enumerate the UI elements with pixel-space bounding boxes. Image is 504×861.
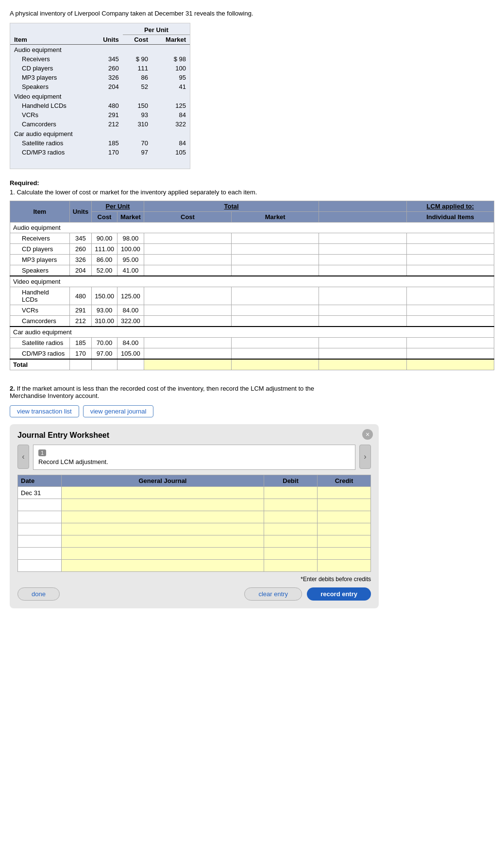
lcm-input-cell-empty[interactable] bbox=[319, 316, 406, 327]
journal-credit-input-cell[interactable] bbox=[318, 560, 371, 572]
lcm-input-cell-empty[interactable] bbox=[319, 305, 406, 316]
total-market-input[interactable] bbox=[235, 317, 316, 325]
record-entry-button[interactable]: record entry bbox=[307, 587, 371, 601]
total-cost-input[interactable] bbox=[147, 245, 228, 253]
total-cost-input[interactable] bbox=[147, 235, 228, 242]
total-cost-input[interactable] bbox=[147, 293, 228, 300]
journal-debit-input[interactable] bbox=[264, 499, 317, 511]
prev-entry-button[interactable]: ‹ bbox=[17, 445, 29, 469]
journal-gj-input-cell[interactable] bbox=[62, 560, 264, 572]
journal-gj-input-cell[interactable] bbox=[62, 523, 264, 535]
close-button[interactable]: × bbox=[362, 429, 373, 440]
journal-gj-input-cell[interactable] bbox=[62, 499, 264, 511]
total-market-input-cell[interactable] bbox=[232, 287, 319, 305]
done-button[interactable]: done bbox=[17, 587, 60, 601]
journal-gj-input[interactable] bbox=[62, 535, 264, 547]
journal-debit-input-cell[interactable] bbox=[264, 511, 318, 523]
total-market-input[interactable] bbox=[235, 350, 316, 357]
individual-input[interactable] bbox=[410, 307, 491, 314]
individual-input[interactable] bbox=[410, 245, 491, 253]
journal-credit-input[interactable] bbox=[318, 535, 370, 547]
individual-input[interactable] bbox=[410, 235, 491, 242]
total-cost-input-cell[interactable] bbox=[144, 287, 231, 305]
total-cost-input-cell[interactable] bbox=[144, 348, 231, 360]
total-market-input-cell[interactable] bbox=[232, 348, 319, 360]
total-market-input[interactable] bbox=[235, 339, 316, 346]
individual-input-cell[interactable] bbox=[406, 305, 494, 316]
lcm-input-cell-empty[interactable] bbox=[319, 265, 406, 276]
journal-credit-input-cell[interactable] bbox=[318, 487, 371, 499]
journal-credit-input-cell[interactable] bbox=[318, 535, 371, 548]
lcm-input-empty[interactable] bbox=[322, 267, 403, 274]
journal-credit-input-cell[interactable] bbox=[318, 523, 371, 535]
individual-input-cell[interactable] bbox=[406, 287, 494, 305]
total-market-input-cell[interactable] bbox=[232, 305, 319, 316]
journal-debit-input-cell[interactable] bbox=[264, 499, 318, 511]
journal-gj-input[interactable] bbox=[62, 511, 264, 523]
total-cost-input-cell[interactable] bbox=[144, 233, 231, 244]
total-market-input[interactable] bbox=[235, 245, 316, 253]
journal-gj-input[interactable] bbox=[62, 548, 264, 559]
journal-gj-input-cell[interactable] bbox=[62, 511, 264, 523]
journal-gj-input-cell[interactable] bbox=[62, 535, 264, 548]
journal-credit-input[interactable] bbox=[318, 523, 370, 535]
journal-gj-input-cell[interactable] bbox=[62, 487, 264, 499]
individual-input-cell[interactable] bbox=[406, 348, 494, 360]
lcm-input-empty[interactable] bbox=[322, 235, 403, 242]
grand-total-market-input-cell[interactable] bbox=[232, 359, 319, 370]
total-cost-input[interactable] bbox=[147, 350, 228, 357]
individual-input[interactable] bbox=[410, 339, 491, 346]
total-market-input[interactable] bbox=[235, 256, 316, 263]
journal-debit-input[interactable] bbox=[264, 560, 317, 571]
individual-input-cell[interactable] bbox=[406, 265, 494, 276]
journal-debit-input-cell[interactable] bbox=[264, 560, 318, 572]
journal-credit-input-cell[interactable] bbox=[318, 548, 371, 560]
lcm-input-cell-empty[interactable] bbox=[319, 255, 406, 265]
total-cost-input-cell[interactable] bbox=[144, 305, 231, 316]
view-general-journal-button[interactable]: view general journal bbox=[83, 405, 154, 417]
individual-input-cell[interactable] bbox=[406, 316, 494, 327]
individual-input[interactable] bbox=[410, 267, 491, 274]
individual-input-cell[interactable] bbox=[406, 233, 494, 244]
lcm-input-empty[interactable] bbox=[322, 293, 403, 300]
total-market-input-cell[interactable] bbox=[232, 316, 319, 327]
total-market-input-cell[interactable] bbox=[232, 265, 319, 276]
lcm-input-cell-empty[interactable] bbox=[319, 287, 406, 305]
journal-credit-input[interactable] bbox=[318, 511, 370, 523]
total-cost-input-cell[interactable] bbox=[144, 316, 231, 327]
clear-entry-button[interactable]: clear entry bbox=[244, 587, 302, 601]
lcm-input-cell-empty[interactable] bbox=[319, 348, 406, 360]
lcm-input-cell-empty[interactable] bbox=[319, 338, 406, 348]
total-cost-input[interactable] bbox=[147, 317, 228, 325]
journal-debit-input-cell[interactable] bbox=[264, 535, 318, 548]
total-cost-input-cell[interactable] bbox=[144, 338, 231, 348]
individual-input[interactable] bbox=[410, 317, 491, 325]
journal-debit-input-cell[interactable] bbox=[264, 487, 318, 499]
grand-total-lcm-input[interactable] bbox=[322, 361, 403, 368]
journal-debit-input[interactable] bbox=[264, 487, 317, 499]
journal-debit-input-cell[interactable] bbox=[264, 548, 318, 560]
journal-debit-input-cell[interactable] bbox=[264, 523, 318, 535]
journal-credit-input[interactable] bbox=[318, 499, 370, 511]
lcm-input-cell-empty[interactable] bbox=[319, 233, 406, 244]
total-market-input[interactable] bbox=[235, 293, 316, 300]
total-market-input-cell[interactable] bbox=[232, 255, 319, 265]
lcm-input-empty[interactable] bbox=[322, 256, 403, 263]
grand-total-cost-input[interactable] bbox=[147, 361, 228, 368]
journal-gj-input[interactable] bbox=[62, 523, 264, 535]
journal-debit-input[interactable] bbox=[264, 535, 317, 547]
journal-gj-input[interactable] bbox=[62, 560, 264, 571]
total-cost-input[interactable] bbox=[147, 307, 228, 314]
grand-total-cost-input-cell[interactable] bbox=[144, 359, 231, 370]
grand-total-lcm-input-cell[interactable] bbox=[319, 359, 406, 370]
individual-input[interactable] bbox=[410, 350, 491, 357]
journal-gj-input[interactable] bbox=[62, 487, 264, 499]
journal-debit-input[interactable] bbox=[264, 548, 317, 559]
journal-credit-input[interactable] bbox=[318, 487, 370, 499]
total-cost-input[interactable] bbox=[147, 267, 228, 274]
total-cost-input[interactable] bbox=[147, 339, 228, 346]
grand-total-market-input[interactable] bbox=[235, 361, 316, 368]
lcm-input-cell-empty[interactable] bbox=[319, 244, 406, 255]
total-market-input-cell[interactable] bbox=[232, 338, 319, 348]
individual-input[interactable] bbox=[410, 256, 491, 263]
